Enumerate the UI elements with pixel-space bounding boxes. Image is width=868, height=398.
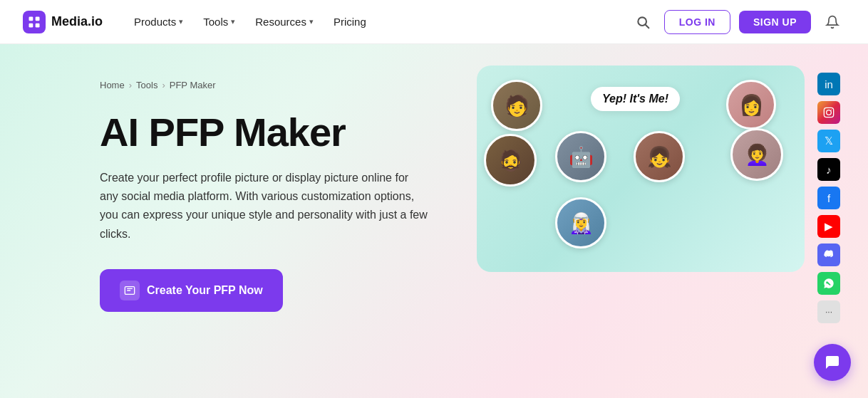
nav-resources[interactable]: Resources ▾ (247, 11, 322, 32)
svg-rect-3 (36, 23, 40, 27)
chevron-down-icon: ▾ (231, 17, 235, 26)
breadcrumb-home[interactable]: Home (100, 80, 125, 90)
avatar: 🤖 (555, 131, 606, 182)
page-title: AI PFP Maker (100, 110, 470, 155)
avatar: 🧔 (484, 134, 537, 187)
chevron-down-icon: ▾ (179, 17, 183, 26)
nav-tools[interactable]: Tools ▾ (195, 11, 244, 32)
breadcrumb-tools[interactable]: Tools (136, 80, 157, 90)
svg-rect-1 (36, 16, 40, 21)
logo[interactable]: Media.io (23, 11, 103, 33)
svg-rect-2 (29, 23, 33, 27)
whatsapp-icon[interactable] (817, 272, 840, 295)
breadcrumb-current: PFP Maker (170, 80, 216, 90)
avatar: 👩 (726, 80, 776, 130)
logo-icon (23, 11, 46, 33)
nav-products[interactable]: Products ▾ (125, 11, 192, 32)
nav-pricing[interactable]: Pricing (325, 11, 375, 32)
hero-section: Home › Tools › PFP Maker AI PFP Maker Cr… (0, 44, 868, 398)
instagram-icon[interactable] (817, 101, 840, 124)
image-caption: Yep! It's Me! (591, 87, 680, 111)
twitter-icon[interactable]: 𝕏 (817, 130, 840, 152)
avatar: 👧 (634, 131, 685, 182)
svg-rect-7 (824, 108, 833, 117)
login-button[interactable]: LOG IN (664, 10, 730, 34)
facebook-icon[interactable]: f (817, 187, 840, 209)
signup-button[interactable]: SIGN UP (739, 11, 811, 33)
avatar: 🧑 (491, 80, 542, 131)
pfp-showcase: Yep! It's Me! 🧑 👩 🧔 🤖 👧 👩‍🦱 🧝‍♀️ (477, 66, 805, 272)
hero-description: Create your perfect profile picture or d… (100, 169, 428, 244)
search-button[interactable] (630, 9, 656, 35)
youtube-icon[interactable]: ▶ (817, 215, 840, 238)
breadcrumb: Home › Tools › PFP Maker (100, 80, 470, 90)
svg-line-5 (645, 24, 649, 28)
breadcrumb-sep: › (162, 80, 165, 90)
cta-icon (120, 281, 140, 300)
cta-button[interactable]: Create Your PFP Now (100, 269, 283, 312)
svg-point-9 (831, 110, 832, 110)
more-icon[interactable]: ··· (817, 300, 840, 323)
breadcrumb-sep: › (129, 80, 132, 90)
nav-right: LOG IN SIGN UP (630, 9, 845, 35)
social-icons-strip: in 𝕏 ♪ f ▶ ··· (817, 73, 840, 323)
logo-text: Media.io (51, 14, 103, 29)
tiktok-icon[interactable]: ♪ (817, 158, 840, 181)
nav-items: Products ▾ Tools ▾ Resources ▾ Pricing (125, 11, 630, 32)
svg-rect-0 (29, 16, 33, 21)
cta-label: Create Your PFP Now (147, 284, 263, 297)
linkedin-icon[interactable]: in (817, 73, 840, 95)
discord-icon[interactable] (817, 243, 840, 266)
hero-image: Yep! It's Me! 🧑 👩 🧔 🤖 👧 👩‍🦱 🧝‍♀️ (470, 66, 811, 272)
hero-content: Home › Tools › PFP Maker AI PFP Maker Cr… (100, 73, 470, 312)
chevron-down-icon: ▾ (309, 17, 314, 26)
avatar: 👩‍🦱 (730, 128, 783, 181)
navbar: Media.io Products ▾ Tools ▾ Resources ▾ … (0, 0, 868, 44)
chat-widget-button[interactable] (814, 344, 851, 381)
avatar: 🧝‍♀️ (555, 197, 606, 248)
notifications-button[interactable] (820, 9, 845, 35)
svg-point-8 (827, 110, 832, 115)
